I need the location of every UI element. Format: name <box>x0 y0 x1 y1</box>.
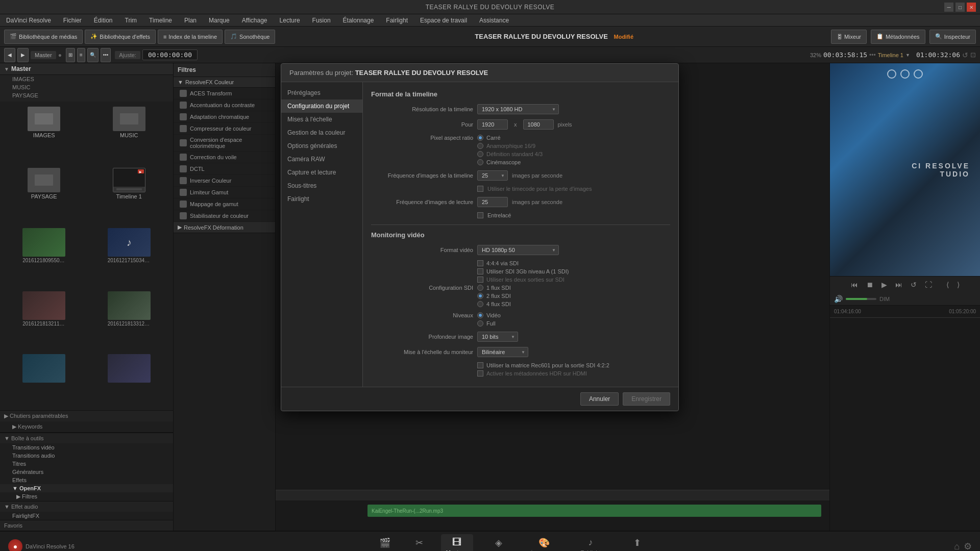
fullscreen-button[interactable]: ⛶ <box>923 280 934 290</box>
favoris-section[interactable]: Favoris <box>0 520 173 531</box>
layout-btn[interactable]: ⊡ <box>970 51 976 59</box>
radio-definition[interactable]: Définition standard 4/3 <box>477 151 543 157</box>
filter-inverser[interactable]: Inverser Couleur <box>174 175 275 187</box>
sidebar-options[interactable]: Options générales <box>281 139 362 153</box>
menu-marque[interactable]: Marque <box>207 16 232 25</box>
toolbox-section[interactable]: ▼ Boîte à outils <box>0 433 173 443</box>
rec601-checkbox[interactable] <box>477 362 483 368</box>
radio-anamorphique-btn[interactable] <box>477 143 483 149</box>
video-format-select[interactable]: HD 1080p 50 <box>477 245 559 255</box>
index-button[interactable]: ≡ Index de la timeline <box>158 30 223 44</box>
mixeur-button[interactable]: 🎛 Mixeur <box>831 30 867 44</box>
more-options-button[interactable]: ••• <box>101 48 111 62</box>
resolution-select[interactable]: 980 x 551 HD <box>477 104 559 114</box>
playback-rate-input[interactable] <box>477 197 508 207</box>
filter-stabilisateur[interactable]: Stabilisateur de couleur <box>174 210 275 222</box>
use-timecode-checkbox[interactable] <box>477 186 483 192</box>
close-button[interactable]: ✕ <box>967 3 976 12</box>
radio-definition-btn[interactable] <box>477 151 483 157</box>
media-library-button[interactable]: 🎬 Bibliothèque de médias <box>4 30 83 44</box>
height-input[interactable] <box>523 119 554 130</box>
sidebar-mises[interactable]: Mises à l'échelle <box>281 113 362 126</box>
checkbox-two-outputs[interactable] <box>477 277 483 283</box>
radio-1flux[interactable]: 1 flux SDI <box>477 285 511 291</box>
folder-images[interactable]: IMAGES <box>2 104 86 164</box>
menu-espace[interactable]: Espace de travail <box>418 16 469 25</box>
radio-2flux[interactable]: 2 flux SDI <box>477 293 511 299</box>
hdr-checkbox[interactable] <box>477 370 483 377</box>
filter-compresseur[interactable]: Compresseur de couleur <box>174 123 275 135</box>
list-view-button[interactable]: ≡ <box>77 48 85 62</box>
filter-limiteur[interactable]: Limiteur Gamut <box>174 187 275 198</box>
radio-full[interactable]: Full <box>477 320 501 327</box>
thumb-2[interactable]: ♪ 20161217150349... <box>87 226 172 288</box>
cancel-button[interactable]: Annuler <box>580 392 619 406</box>
sidebar-capture[interactable]: Capture et lecture <box>281 166 362 179</box>
radio-cinemascope[interactable]: Cinémascope <box>477 159 543 165</box>
play-button[interactable]: ▶ <box>879 280 889 290</box>
stop-button[interactable]: ⏹ <box>864 280 875 290</box>
nav-media[interactable]: 🎬 Média <box>372 534 398 552</box>
menu-lecture[interactable]: Lecture <box>278 16 302 25</box>
filter-correction[interactable]: Correction du voile <box>174 152 275 163</box>
thumb-3[interactable]: 20161218132111... <box>2 289 86 351</box>
refresh-button[interactable]: ↺ <box>962 51 968 59</box>
master-header[interactable]: ▼ Master <box>0 63 173 75</box>
sidebar-sous-titres[interactable]: Sous-titres <box>281 179 362 192</box>
search-button[interactable]: 🔍 <box>87 48 99 62</box>
width-input[interactable] <box>477 119 508 130</box>
filtres-item[interactable]: ▶ Filtres <box>0 492 173 501</box>
frame-back-button[interactable]: ⟨ <box>944 280 951 290</box>
sidebar-prereglages[interactable]: Préréglages <box>281 86 362 99</box>
radio-video-btn[interactable] <box>477 312 483 318</box>
radio-carre-btn[interactable] <box>477 135 483 141</box>
menu-davinci[interactable]: DaVinci Resolve <box>4 16 53 25</box>
image-depth-select[interactable]: 10 bits <box>477 332 518 342</box>
images-label[interactable]: IMAGES <box>12 75 169 83</box>
keywords-item[interactable]: ▶ Keywords <box>0 421 173 433</box>
fairlightfx-item[interactable]: FairlightFX <box>0 512 173 520</box>
radio-anamorphique[interactable]: Anamorphique 16/9 <box>477 143 543 149</box>
nav-etalonnage[interactable]: 🎨 Étalonnage <box>525 534 564 552</box>
radio-4flux-btn[interactable] <box>477 301 483 307</box>
nav-montage[interactable]: 🎞 Montage <box>441 534 473 551</box>
menu-fichier[interactable]: Fichier <box>61 16 84 25</box>
thumb-5[interactable] <box>2 352 86 408</box>
menu-plan[interactable]: Plan <box>182 16 199 25</box>
skip-end-button[interactable]: ⏭ <box>893 280 904 290</box>
folder-paysage[interactable]: PAYSAGE <box>2 165 86 225</box>
checkbox-sdi3gb[interactable] <box>477 268 483 274</box>
minimize-button[interactable]: ─ <box>944 3 953 12</box>
nav-fwd-button[interactable]: ▶ <box>17 48 29 62</box>
effets-item[interactable]: Effets <box>0 476 173 484</box>
filter-conversion[interactable]: Conversion d'espace colorimétrique <box>174 135 275 152</box>
loop-button[interactable]: ↺ <box>909 280 919 290</box>
radio-cinemascope-btn[interactable] <box>477 159 483 165</box>
menu-fusion[interactable]: Fusion <box>310 16 333 25</box>
filter-adaptation[interactable]: Adaptation chromatique <box>174 111 275 123</box>
filter-dctl[interactable]: DCTL <box>174 163 275 175</box>
sidebar-fairlight[interactable]: Fairlight <box>281 192 362 206</box>
paysage-label[interactable]: PAYSAGE <box>12 91 169 99</box>
openfx-item[interactable]: ▼ OpenFX <box>0 484 173 492</box>
resolvefx-color-category[interactable]: ▼ ResolveFX Couleur <box>174 77 275 88</box>
menu-etalonnage[interactable]: Étalonnage <box>341 16 376 25</box>
folder-music[interactable]: MUSIC <box>87 104 172 164</box>
filter-aces[interactable]: ACES Transform <box>174 88 275 99</box>
menu-affichage[interactable]: Affichage <box>240 16 270 25</box>
music-label[interactable]: MUSIC <box>12 83 169 91</box>
filter-accentuation[interactable]: Accentuation du contraste <box>174 99 275 111</box>
transitions-video[interactable]: Transitions vidéo <box>0 443 173 452</box>
nav-exportation[interactable]: ⬆ Exportation <box>618 534 657 552</box>
grid-view-button[interactable]: ⊞ <box>66 48 75 62</box>
menu-fairlight[interactable]: Fairlight <box>384 16 410 25</box>
inspector-button[interactable]: 🔍 Inspecteur <box>929 30 976 44</box>
chutiers-section[interactable]: ▶ Chutiers paramétrables <box>0 410 173 421</box>
radio-carre[interactable]: Carré <box>477 135 543 141</box>
skip-start-button[interactable]: ⏮ <box>849 280 860 290</box>
sonotheque-button[interactable]: 🎵 Sonothèque <box>225 30 275 44</box>
maximize-button[interactable]: □ <box>955 3 965 12</box>
home-button[interactable]: ⌂ <box>954 541 960 552</box>
menu-timeline[interactable]: Timeline <box>147 16 174 25</box>
checkbox-444[interactable] <box>477 260 483 266</box>
